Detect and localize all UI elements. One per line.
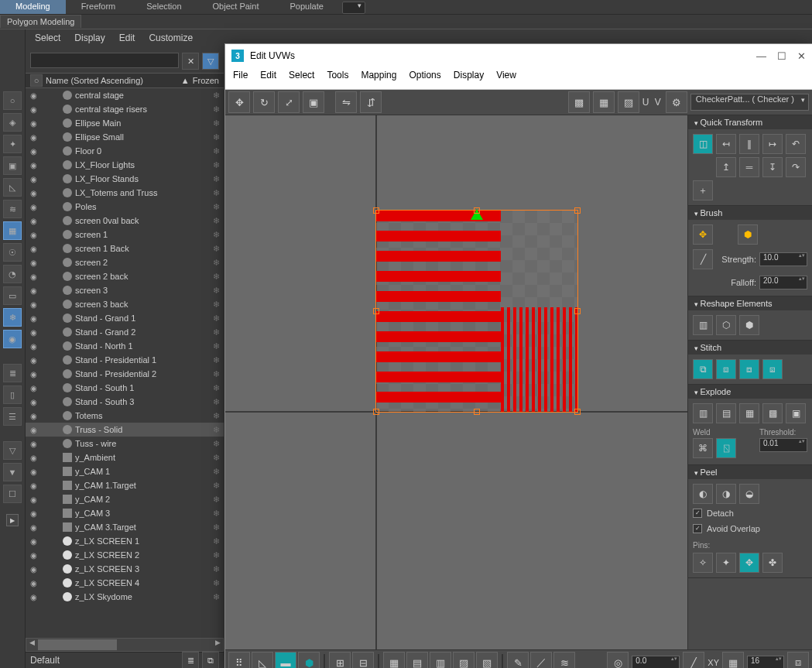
qt-align-v-icon[interactable]: ‖ [739, 134, 759, 154]
visibility-icon[interactable]: ◉ [29, 258, 38, 267]
list-item[interactable]: ◉y_Ambient❄ [26, 450, 224, 464]
frozen-cell[interactable]: ❄ [208, 313, 224, 324]
frozen-cell[interactable]: ❄ [208, 536, 224, 546]
frozen-cell[interactable]: ❄ [208, 592, 224, 602]
visibility-icon[interactable]: ◉ [29, 174, 38, 183]
rollout-brush[interactable]: Brush [688, 206, 812, 220]
frozen-cell[interactable]: ❄ [208, 202, 224, 212]
scene-menu-display[interactable]: Display [74, 33, 104, 48]
render-icon[interactable] [50, 118, 60, 128]
close-icon[interactable]: ✕ [797, 50, 806, 62]
render-icon[interactable] [50, 564, 60, 574]
pin-3-icon[interactable]: ✥ [739, 553, 759, 573]
uv-bounds[interactable] [375, 210, 578, 413]
peel-1-icon[interactable]: ◐ [693, 484, 713, 504]
ft-shrink-icon[interactable]: ▤ [406, 652, 428, 668]
visibility-icon[interactable]: ◉ [29, 578, 38, 587]
freeze-icon[interactable] [39, 286, 49, 295]
expand-arrow-icon[interactable]: ▶ [6, 514, 19, 526]
detach-checkbox[interactable]: ✓ [693, 509, 702, 518]
ft-ring-icon[interactable]: ▨ [453, 652, 475, 668]
ft-softsel-input[interactable]: 0.0 [632, 656, 680, 668]
render-icon[interactable] [50, 216, 60, 225]
render-icon[interactable] [50, 536, 60, 546]
filter-particle-icon[interactable]: ☉ [3, 243, 22, 262]
list-item[interactable]: ◉y_CAM 3.Target❄ [26, 520, 224, 534]
explode-3-icon[interactable]: ▦ [739, 403, 759, 423]
ft-softsel-icon[interactable]: ◎ [607, 652, 629, 668]
tool-funnel-icon[interactable]: ▽ [3, 441, 22, 460]
freeze-icon[interactable] [39, 327, 49, 337]
explode-2-icon[interactable]: ▤ [716, 403, 736, 423]
ft-sel-add-icon[interactable]: ⊞ [329, 652, 351, 668]
frozen-cell[interactable]: ❄ [208, 453, 224, 463]
frozen-cell[interactable]: ❄ [208, 216, 224, 226]
list-item[interactable]: ◉y_CAM 3❄ [26, 506, 224, 520]
filter-wave-icon[interactable]: ≋ [3, 200, 22, 218]
frozen-cell[interactable]: ❄ [208, 230, 224, 240]
render-icon[interactable] [50, 174, 60, 183]
freeze-icon[interactable] [39, 146, 49, 156]
render-icon[interactable] [50, 300, 60, 309]
render-icon[interactable] [50, 383, 60, 392]
list-item[interactable]: ◉screen 0val back❄ [26, 214, 224, 228]
freeze-icon[interactable] [39, 550, 49, 560]
ft-brush-icon[interactable]: ／ [530, 652, 552, 668]
rollout-quick-transform[interactable]: Quick Transform [688, 115, 812, 129]
move-icon[interactable]: ✥ [228, 91, 250, 113]
render-icon[interactable] [50, 160, 60, 170]
visibility-icon[interactable]: ◉ [29, 453, 38, 462]
list-item[interactable]: ◉screen 2 back❄ [26, 269, 224, 283]
uv-menu-mapping[interactable]: Mapping [361, 70, 396, 87]
freeze-icon[interactable] [39, 564, 49, 574]
mirror-v-icon[interactable]: ⇵ [360, 91, 382, 113]
list-item[interactable]: ◉Stand - Grand 1❄ [26, 311, 224, 325]
ft-ring2-icon[interactable]: ▧ [476, 652, 498, 668]
render-icon[interactable] [50, 132, 60, 142]
list-item[interactable]: ◉z_LX SCREEN 2❄ [26, 548, 224, 562]
scene-header[interactable]: ○ Name (Sorted Ascending) ▲ Frozen [26, 73, 224, 88]
frozen-cell[interactable]: ❄ [208, 104, 224, 115]
render-icon[interactable] [50, 495, 60, 504]
tool-bag-icon[interactable]: ☐ [3, 485, 22, 503]
maximize-icon[interactable]: ☐ [777, 50, 786, 62]
render-icon[interactable] [50, 425, 60, 434]
list-item[interactable]: ◉LX_Floor Stands❄ [26, 172, 224, 186]
stitch-4-icon[interactable]: ⧆ [762, 359, 783, 379]
frozen-cell[interactable]: ❄ [208, 300, 224, 310]
rollout-explode[interactable]: Explode [688, 385, 812, 399]
visibility-icon[interactable]: ◉ [29, 118, 38, 128]
frozen-cell[interactable]: ❄ [208, 467, 224, 477]
filter-shape-icon[interactable]: ◔ [3, 265, 22, 283]
list-item[interactable]: ◉central stage❄ [26, 88, 224, 102]
top-tab-selection[interactable]: Selection [131, 0, 197, 14]
frozen-cell[interactable]: ❄ [208, 118, 224, 128]
uv-menu-file[interactable]: File [233, 70, 248, 87]
visibility-icon[interactable]: ◉ [29, 272, 38, 281]
uv-menu-view[interactable]: View [496, 70, 516, 87]
brush-relax-icon[interactable]: ⬢ [738, 224, 758, 245]
ribbon-tab-polygon-modeling[interactable]: Polygon Modeling [0, 15, 81, 28]
freeze-icon[interactable] [39, 91, 49, 100]
uv-menu-tools[interactable]: Tools [327, 70, 348, 87]
qt-rotate-cw-icon[interactable]: ↷ [786, 157, 806, 177]
visibility-icon[interactable]: ◉ [29, 104, 38, 114]
tool-list-icon[interactable]: ≣ [3, 364, 22, 382]
freeze-icon[interactable] [39, 118, 49, 128]
ft-element-icon[interactable]: ⬢ [298, 652, 320, 668]
freeze-icon[interactable] [39, 244, 49, 253]
freeze-icon[interactable] [39, 467, 49, 476]
pin-2-icon[interactable]: ✦ [716, 553, 736, 573]
weld-2-icon[interactable]: ⍂ [716, 438, 736, 458]
visibility-icon[interactable]: ◉ [29, 397, 38, 406]
list-item[interactable]: ◉Ellipse Small❄ [26, 130, 224, 144]
list-item[interactable]: ◉Stand - South 1❄ [26, 381, 224, 395]
brush-falloff-icon[interactable]: ╱ [693, 249, 713, 269]
scene-header-toggle-icon[interactable]: ○ [30, 74, 43, 87]
top-tab-populate[interactable]: Populate [274, 0, 338, 14]
ft-sel-sub-icon[interactable]: ⊟ [352, 652, 374, 668]
frozen-cell[interactable]: ❄ [208, 439, 224, 449]
list-item[interactable]: ◉z_LX SCREEN 1❄ [26, 534, 224, 548]
visibility-icon[interactable]: ◉ [29, 383, 38, 392]
frozen-cell[interactable]: ❄ [208, 258, 224, 268]
